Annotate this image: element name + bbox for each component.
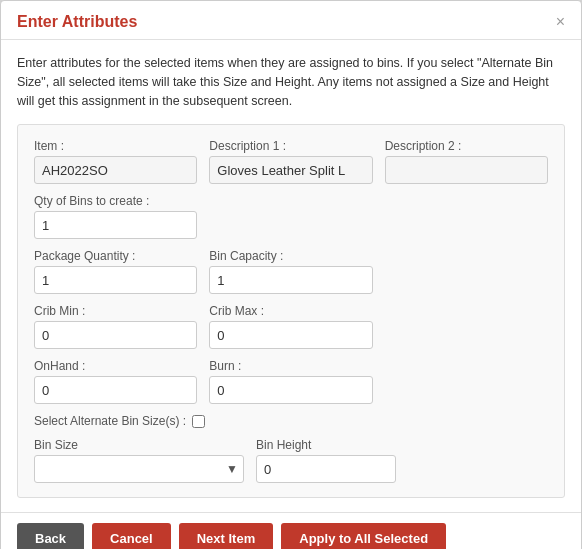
cancel-button[interactable]: Cancel (92, 523, 171, 549)
apply-all-button[interactable]: Apply to All Selected (281, 523, 446, 549)
qty-input[interactable] (34, 211, 197, 239)
desc2-input[interactable] (385, 156, 548, 184)
bin-capacity-input[interactable] (209, 266, 372, 294)
crib-max-group: Crib Max : (209, 304, 372, 349)
desc2-group: Description 2 : (385, 139, 548, 184)
bin-size-label: Bin Size (34, 438, 244, 452)
package-qty-label: Package Quantity : (34, 249, 197, 263)
burn-label: Burn : (209, 359, 372, 373)
bin-capacity-group: Bin Capacity : (209, 249, 372, 294)
modal-title: Enter Attributes (17, 13, 137, 31)
qty-label: Qty of Bins to create : (34, 194, 197, 208)
package-qty-group: Package Quantity : (34, 249, 197, 294)
onhand-input[interactable] (34, 376, 197, 404)
bin-height-group: Bin Height (256, 438, 396, 483)
desc1-label: Description 1 : (209, 139, 372, 153)
bin-size-select-wrapper: ▼ (34, 455, 244, 483)
onhand-group: OnHand : (34, 359, 197, 404)
alternate-bin-checkbox[interactable] (192, 415, 205, 428)
modal-header: Enter Attributes × (1, 1, 581, 40)
bin-height-input[interactable] (256, 455, 396, 483)
crib-min-group: Crib Min : (34, 304, 197, 349)
row-item-descriptions: Item : Description 1 : Description 2 : (34, 139, 548, 184)
item-input[interactable] (34, 156, 197, 184)
desc2-label: Description 2 : (385, 139, 548, 153)
row-crib: Crib Min : Crib Max : (34, 304, 548, 349)
crib-min-input[interactable] (34, 321, 197, 349)
close-button[interactable]: × (556, 14, 565, 30)
row-pkg-capacity: Package Quantity : Bin Capacity : (34, 249, 548, 294)
crib-max-label: Crib Max : (209, 304, 372, 318)
burn-group: Burn : (209, 359, 372, 404)
modal: Enter Attributes × Enter attributes for … (0, 0, 582, 549)
desc1-group: Description 1 : (209, 139, 372, 184)
alternate-bin-row: Select Alternate Bin Size(s) : (34, 414, 548, 428)
next-item-button[interactable]: Next Item (179, 523, 274, 549)
row-bin-size-height: Bin Size ▼ Bin Height (34, 438, 548, 483)
intro-text: Enter attributes for the selected items … (17, 54, 565, 110)
form-section: Item : Description 1 : Description 2 : Q… (17, 124, 565, 498)
back-button[interactable]: Back (17, 523, 84, 549)
crib-max-input[interactable] (209, 321, 372, 349)
bin-size-select[interactable] (34, 455, 244, 483)
bin-size-group: Bin Size ▼ (34, 438, 244, 483)
row-qty: Qty of Bins to create : (34, 194, 548, 239)
modal-body: Enter attributes for the selected items … (1, 40, 581, 512)
item-group: Item : (34, 139, 197, 184)
alternate-bin-label: Select Alternate Bin Size(s) : (34, 414, 186, 428)
burn-input[interactable] (209, 376, 372, 404)
desc1-input[interactable] (209, 156, 372, 184)
bin-capacity-label: Bin Capacity : (209, 249, 372, 263)
bin-height-label: Bin Height (256, 438, 396, 452)
qty-group: Qty of Bins to create : (34, 194, 197, 239)
row-onhand-burn: OnHand : Burn : (34, 359, 548, 404)
item-label: Item : (34, 139, 197, 153)
onhand-label: OnHand : (34, 359, 197, 373)
package-qty-input[interactable] (34, 266, 197, 294)
modal-footer: Back Cancel Next Item Apply to All Selec… (1, 512, 581, 549)
crib-min-label: Crib Min : (34, 304, 197, 318)
